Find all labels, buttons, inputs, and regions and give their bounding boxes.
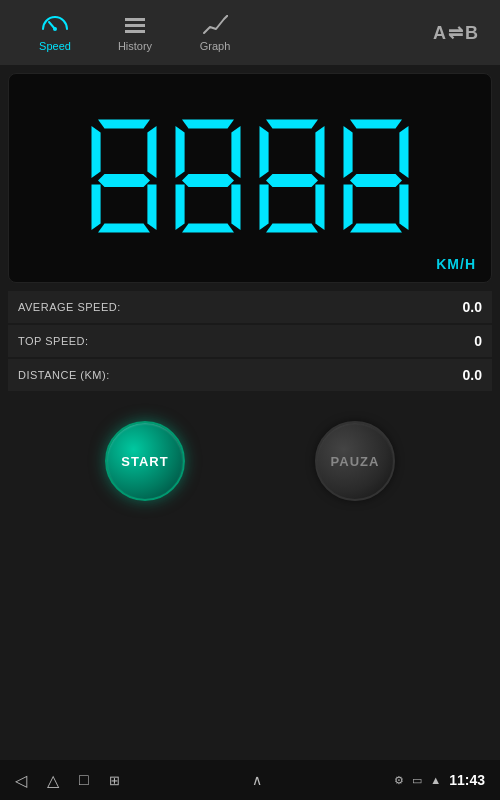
top-speed-value: 0 (442, 333, 482, 349)
wifi-icon: ▲ (430, 774, 441, 786)
svg-marker-13 (176, 126, 185, 178)
nav-ab[interactable]: A⇌B (433, 22, 480, 44)
svg-marker-21 (315, 126, 324, 178)
svg-rect-3 (125, 30, 145, 33)
svg-point-0 (53, 27, 57, 31)
svg-marker-28 (399, 126, 408, 178)
svg-marker-7 (147, 126, 156, 178)
svg-marker-9 (92, 185, 101, 231)
svg-marker-15 (182, 174, 234, 187)
svg-marker-22 (266, 174, 318, 187)
top-navigation: Speed History Graph A⇌B (0, 0, 500, 65)
svg-marker-24 (315, 185, 324, 231)
digit-4 (336, 113, 416, 243)
digit-2 (168, 113, 248, 243)
nav-speed-label: Speed (39, 40, 71, 52)
recents-icon[interactable]: □ (79, 771, 89, 789)
stat-distance: DISTANCE (KM): 0.0 (8, 359, 492, 391)
avg-speed-label: AVERAGE SPEED: (18, 301, 442, 313)
svg-marker-5 (98, 120, 150, 129)
svg-marker-11 (98, 224, 150, 233)
svg-marker-6 (92, 126, 101, 178)
distance-value: 0.0 (442, 367, 482, 383)
svg-rect-1 (125, 18, 145, 21)
system-center: ∧ (252, 772, 262, 788)
stats-section: AVERAGE SPEED: 0.0 TOP SPEED: 0 DISTANCE… (0, 291, 500, 391)
battery-icon: ▭ (412, 774, 422, 787)
nav-history[interactable]: History (100, 8, 170, 57)
nav-graph[interactable]: Graph (180, 8, 250, 57)
svg-marker-20 (260, 126, 269, 178)
history-icon (120, 13, 150, 38)
system-bar: ◁ △ □ ⊞ ∧ ⚙ ▭ ▲ 11:43 (0, 760, 500, 800)
svg-marker-31 (399, 185, 408, 231)
top-speed-label: TOP SPEED: (18, 335, 442, 347)
speed-unit: KM/H (436, 256, 476, 272)
control-buttons: START PAUZA (0, 421, 500, 501)
svg-marker-30 (344, 185, 353, 231)
nav-history-label: History (118, 40, 152, 52)
avg-speed-value: 0.0 (442, 299, 482, 315)
svg-marker-29 (350, 174, 402, 187)
graph-icon (200, 13, 230, 38)
usb-icon: ⚙ (394, 774, 404, 787)
back-icon[interactable]: ◁ (15, 771, 27, 790)
nav-speed[interactable]: Speed (20, 8, 90, 57)
svg-marker-12 (182, 120, 234, 129)
svg-marker-26 (350, 120, 402, 129)
nav-arrow-icon: ∧ (252, 772, 262, 788)
speedometer-display: KM/H (8, 73, 492, 283)
digit-1 (84, 113, 164, 243)
home-icon[interactable]: △ (47, 771, 59, 790)
svg-marker-25 (266, 224, 318, 233)
digit-3 (252, 113, 332, 243)
svg-marker-18 (182, 224, 234, 233)
svg-marker-10 (147, 185, 156, 231)
svg-marker-14 (231, 126, 240, 178)
svg-marker-17 (231, 185, 240, 231)
stat-average-speed: AVERAGE SPEED: 0.0 (8, 291, 492, 323)
svg-rect-2 (125, 24, 145, 27)
svg-marker-8 (98, 174, 150, 187)
screenshot-icon[interactable]: ⊞ (109, 773, 120, 788)
svg-marker-27 (344, 126, 353, 178)
svg-marker-23 (260, 185, 269, 231)
svg-marker-16 (176, 185, 185, 231)
distance-label: DISTANCE (KM): (18, 369, 442, 381)
system-status: ⚙ ▭ ▲ 11:43 (394, 772, 485, 788)
start-button[interactable]: START (105, 421, 185, 501)
svg-line-4 (224, 15, 228, 19)
system-nav-icons: ◁ △ □ ⊞ (15, 771, 120, 790)
system-time: 11:43 (449, 772, 485, 788)
stat-top-speed: TOP SPEED: 0 (8, 325, 492, 357)
speed-digits (84, 113, 416, 243)
speedometer-icon (40, 13, 70, 38)
svg-marker-32 (350, 224, 402, 233)
nav-graph-label: Graph (200, 40, 231, 52)
svg-marker-19 (266, 120, 318, 129)
pause-button[interactable]: PAUZA (315, 421, 395, 501)
